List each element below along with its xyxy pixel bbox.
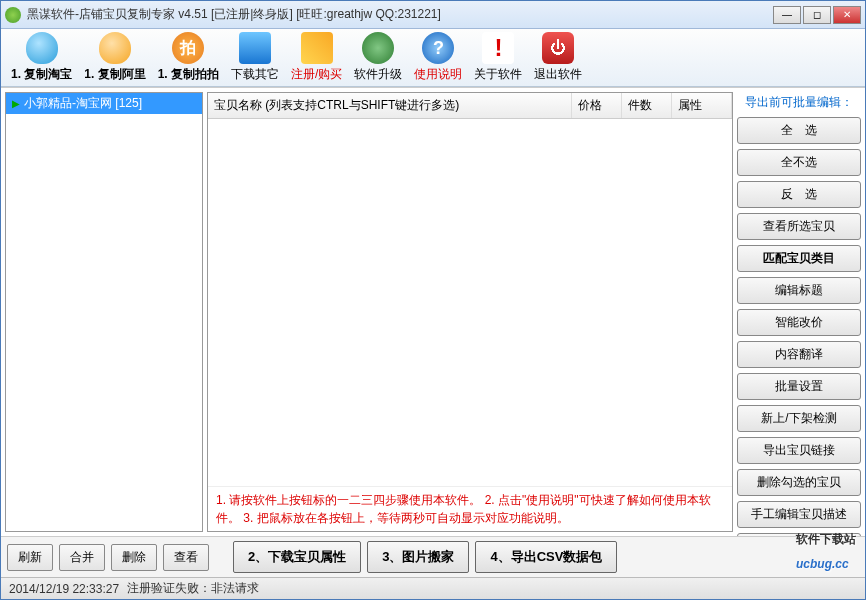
toolbar-label: 退出软件 <box>534 66 582 83</box>
side-button-4[interactable]: 匹配宝贝类目 <box>737 245 861 272</box>
ico-blue-head-icon <box>26 32 58 64</box>
ico-globe-icon <box>362 32 394 64</box>
list-hint: 1. 请按软件上按钮标的一二三四步骤使用本软件。 2. 点击"使用说明"可快速了… <box>208 486 732 531</box>
window-title: 黑谋软件-店铺宝贝复制专家 v4.51 [已注册|终身版] [旺旺:greath… <box>27 6 773 23</box>
ico-exit-icon: ⏻ <box>542 32 574 64</box>
toolbar-item-0[interactable]: 1. 复制淘宝 <box>5 30 78 85</box>
side-title: 导出前可批量编辑： <box>737 92 861 113</box>
bottom-big-1[interactable]: 3、图片搬家 <box>367 541 469 573</box>
toolbar-label: 注册/购买 <box>291 66 342 83</box>
main-content: ▶小郭精品-淘宝网 [125] 宝贝名称 (列表支持CTRL与SHIFT键进行多… <box>1 87 865 536</box>
ico-excl-icon: ! <box>482 32 514 64</box>
toolbar: 1. 复制淘宝1. 复制阿里拍1. 复制拍拍下载其它注册/购买软件升级?使用说明… <box>1 29 865 87</box>
toolbar-item-4[interactable]: 注册/购买 <box>285 30 348 85</box>
side-button-1[interactable]: 全不选 <box>737 149 861 176</box>
toolbar-item-3[interactable]: 下载其它 <box>225 30 285 85</box>
ico-help-icon: ? <box>422 32 454 64</box>
window-controls: — ◻ ✕ <box>773 6 861 24</box>
side-button-0[interactable]: 全 选 <box>737 117 861 144</box>
toolbar-item-6[interactable]: ?使用说明 <box>408 30 468 85</box>
bottom-big-2[interactable]: 4、导出CSV数据包 <box>475 541 617 573</box>
side-button-7[interactable]: 内容翻译 <box>737 341 861 368</box>
col-price[interactable]: 价格 <box>572 93 622 118</box>
shop-tree[interactable]: ▶小郭精品-淘宝网 [125] <box>5 92 203 532</box>
toolbar-label: 软件升级 <box>354 66 402 83</box>
close-button[interactable]: ✕ <box>833 6 861 24</box>
side-button-10[interactable]: 导出宝贝链接 <box>737 437 861 464</box>
side-button-2[interactable]: 反 选 <box>737 181 861 208</box>
toolbar-item-2[interactable]: 拍1. 复制拍拍 <box>152 30 225 85</box>
toolbar-label: 关于软件 <box>474 66 522 83</box>
tree-arrow-icon: ▶ <box>12 98 20 109</box>
maximize-button[interactable]: ◻ <box>803 6 831 24</box>
toolbar-item-1[interactable]: 1. 复制阿里 <box>78 30 151 85</box>
tree-label: 小郭精品-淘宝网 [125] <box>24 95 142 112</box>
ico-key-icon <box>301 32 333 64</box>
side-button-6[interactable]: 智能改价 <box>737 309 861 336</box>
statusbar: 2014/12/19 22:33:27 注册验证失败：非法请求 <box>1 577 865 599</box>
tree-item-0[interactable]: ▶小郭精品-淘宝网 [125] <box>6 93 202 114</box>
bottom-big-0[interactable]: 2、下载宝贝属性 <box>233 541 361 573</box>
list-header: 宝贝名称 (列表支持CTRL与SHIFT键进行多选) 价格 件数 属性 <box>208 93 732 119</box>
toolbar-label: 下载其它 <box>231 66 279 83</box>
bottom-small-0[interactable]: 刷新 <box>7 544 53 571</box>
bottom-bar: 刷新合并删除查看2、下载宝贝属性3、图片搬家4、导出CSV数据包 <box>1 536 865 577</box>
item-list: 宝贝名称 (列表支持CTRL与SHIFT键进行多选) 价格 件数 属性 1. 请… <box>207 92 733 532</box>
toolbar-label: 使用说明 <box>414 66 462 83</box>
toolbar-label: 1. 复制拍拍 <box>158 66 219 83</box>
toolbar-label: 1. 复制阿里 <box>84 66 145 83</box>
titlebar: 黑谋软件-店铺宝贝复制专家 v4.51 [已注册|终身版] [旺旺:greath… <box>1 1 865 29</box>
ico-orange-head-icon <box>99 32 131 64</box>
side-panel: 导出前可批量编辑： 全 选全不选反 选查看所选宝贝匹配宝贝类目编辑标题智能改价内… <box>737 92 861 532</box>
app-window: 黑谋软件-店铺宝贝复制专家 v4.51 [已注册|终身版] [旺旺:greath… <box>0 0 866 600</box>
col-qty[interactable]: 件数 <box>622 93 672 118</box>
status-msg: 注册验证失败：非法请求 <box>127 580 259 597</box>
ico-pai-icon: 拍 <box>172 32 204 64</box>
app-icon <box>5 7 21 23</box>
toolbar-label: 1. 复制淘宝 <box>11 66 72 83</box>
bottom-small-1[interactable]: 合并 <box>59 544 105 571</box>
toolbar-item-7[interactable]: !关于软件 <box>468 30 528 85</box>
side-button-9[interactable]: 新上/下架检测 <box>737 405 861 432</box>
side-button-12[interactable]: 手工编辑宝贝描述 <box>737 501 861 528</box>
side-button-11[interactable]: 删除勾选的宝贝 <box>737 469 861 496</box>
list-body[interactable] <box>208 119 732 486</box>
col-name[interactable]: 宝贝名称 (列表支持CTRL与SHIFT键进行多选) <box>208 93 572 118</box>
side-button-3[interactable]: 查看所选宝贝 <box>737 213 861 240</box>
status-time: 2014/12/19 22:33:27 <box>9 582 119 596</box>
col-attr[interactable]: 属性 <box>672 93 732 118</box>
bottom-small-2[interactable]: 删除 <box>111 544 157 571</box>
toolbar-item-5[interactable]: 软件升级 <box>348 30 408 85</box>
minimize-button[interactable]: — <box>773 6 801 24</box>
toolbar-item-8[interactable]: ⏻退出软件 <box>528 30 588 85</box>
side-button-5[interactable]: 编辑标题 <box>737 277 861 304</box>
side-button-8[interactable]: 批量设置 <box>737 373 861 400</box>
center-panel: 宝贝名称 (列表支持CTRL与SHIFT键进行多选) 价格 件数 属性 1. 请… <box>207 92 733 532</box>
ico-monitor-icon <box>239 32 271 64</box>
bottom-small-3[interactable]: 查看 <box>163 544 209 571</box>
